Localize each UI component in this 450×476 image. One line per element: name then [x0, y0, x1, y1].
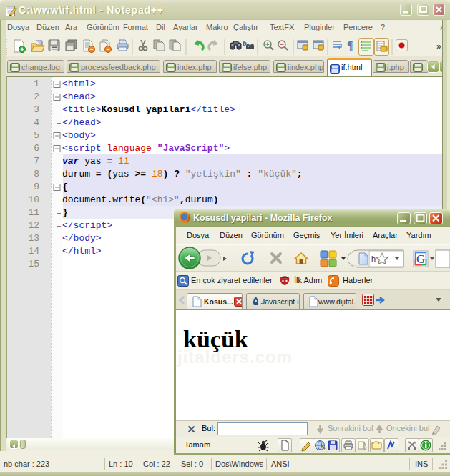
svg-text:¶: ¶ — [347, 39, 353, 51]
svg-text:G: G — [416, 252, 425, 266]
svg-text:»: » — [436, 41, 441, 51]
svg-text:h: h — [371, 254, 376, 263]
